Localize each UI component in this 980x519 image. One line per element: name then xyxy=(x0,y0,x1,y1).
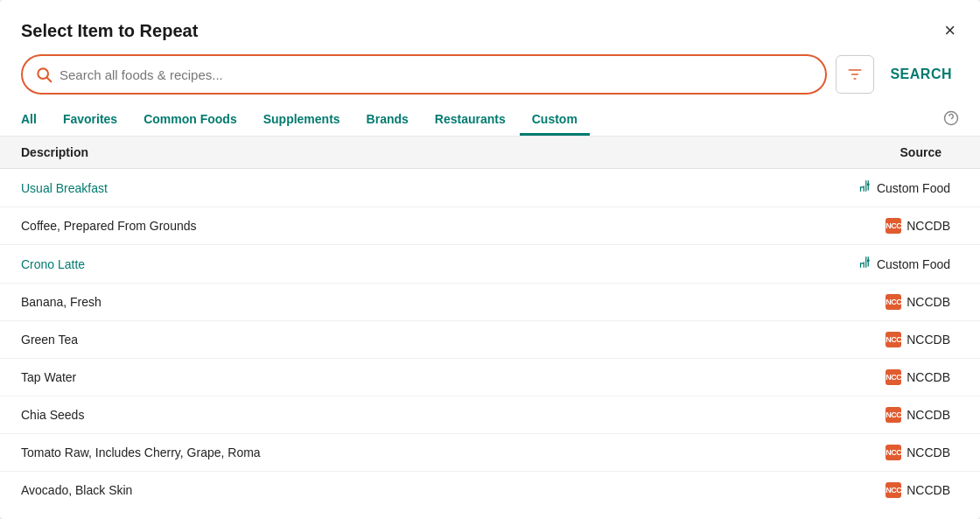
search-box-wrapper xyxy=(21,54,827,95)
table-row[interactable]: Green Tea NCC NCCDB xyxy=(0,321,980,359)
row-description: Avocado, Black Skin xyxy=(21,483,132,497)
source-label: NCCDB xyxy=(906,483,950,497)
source-label: NCCDB xyxy=(906,370,950,384)
row-source: NCC NCCDB xyxy=(819,218,959,234)
table-row[interactable]: Tap Water NCC NCCDB xyxy=(0,359,980,396)
source-label: NCCDB xyxy=(906,408,950,422)
row-description: Banana, Fresh xyxy=(21,295,102,309)
search-row: SEARCH xyxy=(0,54,980,105)
ncc-badge: NCC xyxy=(886,482,901,498)
source-label: Custom Food xyxy=(877,257,950,271)
source-label: NCCDB xyxy=(906,219,950,233)
table-header: Description Source xyxy=(0,137,980,169)
tab-all[interactable]: All xyxy=(21,105,49,136)
table-header-source: Source xyxy=(900,145,959,159)
fork-knife-icon xyxy=(858,256,872,272)
row-source: NCC NCCDB xyxy=(819,332,959,347)
table-row[interactable]: Avocado, Black Skin NCC NCCDB xyxy=(0,472,980,501)
row-description: Tomato Raw, Includes Cherry, Grape, Roma xyxy=(21,445,261,459)
tab-common-foods[interactable]: Common Foods xyxy=(131,105,249,136)
tab-custom[interactable]: Custom xyxy=(520,105,590,136)
source-label: NCCDB xyxy=(906,295,950,309)
search-icon xyxy=(35,66,52,83)
ncc-badge: NCC xyxy=(886,369,901,385)
help-icon[interactable] xyxy=(943,110,959,130)
modal-title: Select Item to Repeat xyxy=(21,21,198,41)
close-button[interactable]: × xyxy=(941,18,959,44)
tabs-row: All Favorites Common Foods Supplements B… xyxy=(0,105,980,137)
row-description: Coffee, Prepared From Grounds xyxy=(21,219,197,233)
tab-restaurants[interactable]: Restaurants xyxy=(423,105,518,136)
table-header-description: Description xyxy=(21,145,88,159)
row-description: Chia Seeds xyxy=(21,408,84,422)
table-row[interactable]: Chia Seeds NCC NCCDB xyxy=(0,396,980,434)
row-source: NCC NCCDB xyxy=(819,294,959,310)
table-row[interactable]: Coffee, Prepared From Grounds NCC NCCDB xyxy=(0,207,980,245)
row-description: Green Tea xyxy=(21,333,78,347)
tab-supplements[interactable]: Supplements xyxy=(251,105,353,136)
tab-brands[interactable]: Brands xyxy=(354,105,421,136)
table-body: Usual Breakfast Custom Food Coffee, Prep… xyxy=(0,169,980,501)
source-label: Custom Food xyxy=(877,181,950,195)
row-source: NCC NCCDB xyxy=(819,445,959,460)
tab-favorites[interactable]: Favorites xyxy=(51,105,130,136)
row-source: Custom Food xyxy=(819,256,959,272)
row-description: Tap Water xyxy=(21,370,76,384)
fork-knife-icon xyxy=(858,179,872,196)
table-row[interactable]: Usual Breakfast Custom Food xyxy=(0,169,980,207)
table-row[interactable]: Banana, Fresh NCC NCCDB xyxy=(0,284,980,321)
row-source: NCC NCCDB xyxy=(819,482,959,498)
row-description: Usual Breakfast xyxy=(21,181,108,195)
ncc-badge: NCC xyxy=(886,218,901,234)
row-description: Crono Latte xyxy=(21,257,85,271)
search-input[interactable] xyxy=(60,67,813,82)
source-label: NCCDB xyxy=(906,445,950,459)
ncc-badge: NCC xyxy=(886,332,901,347)
row-source: Custom Food xyxy=(819,179,959,196)
row-source: NCC NCCDB xyxy=(819,369,959,385)
filter-button[interactable] xyxy=(836,55,874,94)
ncc-badge: NCC xyxy=(886,294,901,310)
source-label: NCCDB xyxy=(906,333,950,347)
ncc-badge: NCC xyxy=(886,445,901,460)
ncc-badge: NCC xyxy=(886,407,901,423)
modal-header: Select Item to Repeat × xyxy=(0,0,980,54)
table-row[interactable]: Crono Latte Custom Food xyxy=(0,245,980,284)
row-source: NCC NCCDB xyxy=(819,407,959,423)
search-button[interactable]: SEARCH xyxy=(883,67,959,82)
modal: Select Item to Repeat × SEARCH All xyxy=(0,0,980,519)
svg-line-1 xyxy=(47,78,52,82)
tabs-container: All Favorites Common Foods Supplements B… xyxy=(21,105,943,136)
table-row[interactable]: Tomato Raw, Includes Cherry, Grape, Roma… xyxy=(0,434,980,472)
